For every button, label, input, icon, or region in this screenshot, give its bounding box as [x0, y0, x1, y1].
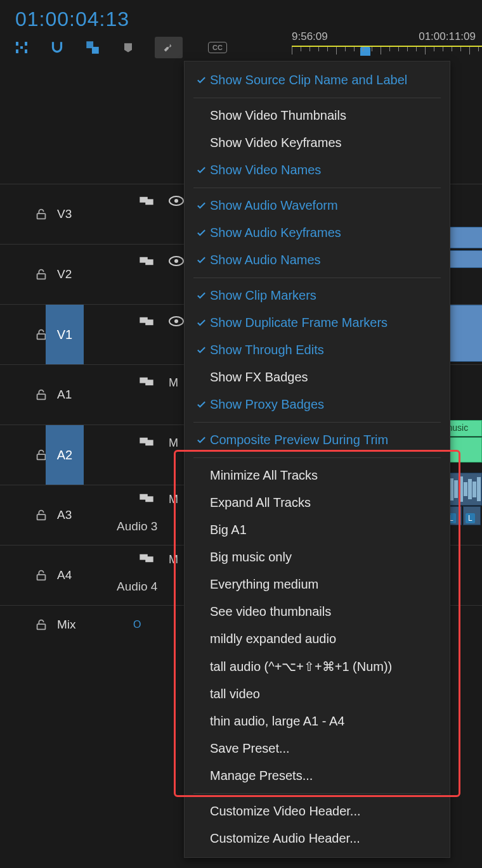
track-label: Mix [57, 618, 95, 632]
playhead[interactable] [360, 47, 370, 56]
ruler-time-left: 9:56:09 [292, 30, 328, 43]
timeline-display-settings-menu: Show Source Clip Name and LabelShow Vide… [184, 61, 450, 858]
svg-point-9 [174, 199, 178, 203]
snap-icon[interactable] [48, 39, 66, 56]
mute-toggle[interactable]: M [169, 553, 178, 566]
svg-rect-31 [145, 556, 153, 562]
track-label: A1 [57, 388, 85, 402]
toggle-sync-icon[interactable] [140, 196, 153, 209]
svg-rect-32 [37, 624, 46, 629]
svg-rect-4 [25, 49, 27, 53]
toggle-visibility-icon[interactable] [169, 196, 184, 209]
menu-item[interactable]: Big A1 [185, 516, 450, 544]
menu-item[interactable]: Show Audio Names [185, 246, 450, 274]
toggle-sync-icon[interactable] [140, 256, 153, 269]
lock-icon[interactable] [34, 618, 48, 632]
menu-item[interactable]: Minimize All Tracks [185, 462, 450, 489]
linked-selection-icon[interactable] [84, 39, 101, 56]
track-sublabel: Audio 3 [117, 520, 157, 533]
svg-rect-25 [145, 440, 153, 445]
svg-point-19 [174, 319, 178, 323]
marker-icon[interactable] [119, 39, 137, 56]
svg-rect-26 [37, 514, 46, 520]
timecode-display: 01:00:04:13 [15, 8, 129, 31]
track-sublabel: Audio 4 [117, 580, 157, 594]
ruler-ticks[interactable] [292, 46, 482, 54]
menu-item[interactable]: Show Proxy Badges [185, 391, 450, 418]
toggle-visibility-icon[interactable] [169, 316, 184, 329]
menu-item[interactable]: Show Video Keyframes [185, 129, 450, 156]
toggle-sync-icon[interactable] [140, 437, 153, 450]
svg-rect-5 [37, 214, 46, 219]
track-label: A4 [57, 568, 85, 582]
menu-item[interactable]: Manage Presets... [185, 762, 450, 789]
menu-item[interactable]: Customize Audio Header... [185, 825, 450, 852]
svg-rect-0 [16, 42, 18, 46]
menu-item[interactable]: Show Video Names [185, 156, 450, 184]
closed-captions-button[interactable]: CC [208, 42, 227, 53]
toggle-sync-icon[interactable] [140, 316, 153, 329]
menu-item[interactable]: Big music only [185, 544, 450, 571]
menu-separator [193, 98, 441, 98]
channel-badge: L [466, 513, 475, 523]
svg-rect-1 [16, 49, 18, 53]
menu-separator [193, 422, 441, 423]
track-label: A3 [57, 508, 85, 522]
toggle-sync-icon[interactable] [140, 376, 153, 390]
menu-item[interactable]: Show Duplicate Frame Markers [185, 309, 450, 336]
ruler-time-right: 01:00:11:09 [419, 30, 476, 43]
menu-item[interactable]: Save Preset... [185, 735, 450, 762]
lock-icon[interactable] [34, 568, 48, 582]
menu-item[interactable]: Show FX Badges [185, 364, 450, 391]
mute-toggle[interactable]: M [169, 493, 178, 506]
output-indicator: O [133, 619, 141, 630]
svg-rect-17 [145, 319, 153, 325]
track-header-selected[interactable]: V1 [46, 305, 84, 365]
menu-separator [193, 793, 441, 794]
toggle-sync-icon[interactable] [140, 493, 153, 506]
lock-icon[interactable] [34, 267, 48, 281]
menu-item[interactable]: Customize Video Header... [185, 798, 450, 825]
svg-rect-22 [145, 380, 153, 385]
timeline-ruler[interactable]: 9:56:09 01:00:11:09 [292, 30, 482, 58]
menu-item[interactable]: Expand All Tracks [185, 489, 450, 516]
mute-toggle[interactable]: M [169, 376, 178, 390]
menu-separator [193, 457, 441, 458]
svg-rect-15 [37, 334, 46, 339]
menu-item[interactable]: tall video [185, 680, 450, 708]
mute-toggle[interactable]: M [169, 437, 178, 450]
toggle-visibility-icon[interactable] [169, 256, 184, 269]
svg-rect-7 [145, 199, 153, 205]
track-header-selected[interactable]: A2 [46, 425, 84, 485]
svg-rect-23 [37, 454, 46, 459]
menu-item[interactable]: Show Source Clip Name and Label [185, 67, 450, 94]
insert-mode-icon[interactable] [13, 39, 30, 56]
track-label: V2 [57, 267, 85, 281]
wrench-settings-icon[interactable] [155, 37, 183, 58]
menu-item[interactable]: tall audio (^+⌥+⇧+⌘+1 (Num)) [185, 653, 450, 680]
menu-separator [193, 278, 441, 278]
svg-rect-29 [37, 575, 46, 580]
menu-item[interactable]: Show Video Thumbnails [185, 102, 450, 129]
svg-rect-3 [25, 42, 27, 46]
lock-icon[interactable] [34, 388, 48, 402]
menu-item[interactable]: Show Audio Keyframes [185, 219, 450, 246]
svg-rect-28 [145, 496, 153, 502]
track-label: V3 [57, 207, 85, 221]
menu-item[interactable]: Show Audio Waveform [185, 192, 450, 219]
lock-icon[interactable] [34, 508, 48, 522]
menu-separator [193, 188, 441, 188]
svg-rect-2 [20, 46, 23, 49]
toggle-sync-icon[interactable] [140, 553, 153, 566]
menu-item[interactable]: mildly expanded audio [185, 625, 450, 653]
svg-rect-12 [145, 259, 153, 265]
svg-rect-10 [37, 274, 46, 279]
svg-rect-20 [37, 394, 46, 399]
menu-item[interactable]: Show Through Edits [185, 336, 450, 364]
menu-item[interactable]: See video thumbnails [185, 598, 450, 625]
menu-item[interactable]: Everything medium [185, 571, 450, 598]
menu-item[interactable]: Show Clip Markers [185, 282, 450, 309]
menu-item[interactable]: Composite Preview During Trim [185, 426, 450, 454]
lock-icon[interactable] [34, 207, 48, 221]
menu-item[interactable]: thin audio, large A1 - A4 [185, 708, 450, 735]
